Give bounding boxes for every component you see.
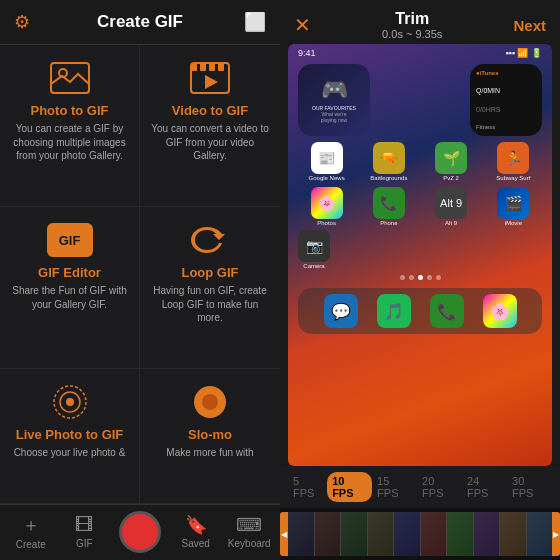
timeline-thumb-7	[447, 512, 474, 556]
dock-phone: 📞	[430, 294, 464, 328]
timeline-thumb-3	[341, 512, 368, 556]
next-button[interactable]: Next	[513, 17, 546, 34]
fps-30[interactable]: 30 FPS	[507, 472, 552, 502]
app-photos: 🌸 Photos	[298, 187, 355, 226]
dock-spotify: 🎵	[377, 294, 411, 328]
nav-record[interactable]	[111, 511, 169, 553]
nav-gif[interactable]: 🎞 GIF	[58, 515, 112, 549]
photo-to-gif-title: Photo to GIF	[31, 103, 109, 118]
live-photo-item[interactable]: Live Photo to GIF Choose your live photo…	[0, 369, 140, 504]
timeline-thumb-1	[288, 512, 315, 556]
dot-1	[400, 275, 405, 280]
app-phone: 📞 Phone	[360, 187, 417, 226]
trim-title-area: Trim 0.0s ~ 9.35s	[382, 10, 442, 40]
fps-bar: 5 FPS 10 FPS 15 FPS 20 FPS 24 FPS 30 FPS	[280, 466, 560, 508]
dock-messages: 💬	[324, 294, 358, 328]
fps-5[interactable]: 5 FPS	[288, 472, 327, 502]
timeline-thumb-5	[394, 512, 421, 556]
trim-title: Trim	[382, 10, 442, 28]
create-gif-title: Create GIF	[97, 12, 183, 32]
photo-icon	[45, 59, 95, 97]
phone-preview: 9:41 ▪▪▪ 📶 🔋 🎮 OUR FAVOURITES What we're…	[288, 44, 552, 466]
nav-saved[interactable]: 🔖 Saved	[169, 514, 223, 549]
gif-editor-icon: GIF	[45, 221, 95, 259]
bottom-nav: ＋ Create 🎞 GIF 🔖 Saved ⌨ Keyboard	[0, 504, 280, 560]
gif-editor-desc: Share the Fun of GIF with your Gallery G…	[10, 284, 129, 311]
create-label: Create	[16, 539, 46, 550]
trim-header: ✕ Trim 0.0s ~ 9.35s Next	[280, 0, 560, 44]
camera-row: 📷 Camera	[288, 228, 552, 271]
trim-range: 0.0s ~ 9.35s	[382, 28, 442, 40]
fps-24[interactable]: 24 FPS	[462, 472, 507, 502]
fps-15[interactable]: 15 FPS	[372, 472, 417, 502]
create-icon: ＋	[22, 513, 40, 537]
dot-2	[409, 275, 414, 280]
gif-nav-label: GIF	[76, 538, 93, 549]
timeline-thumb-6	[421, 512, 448, 556]
time-display: 9:41	[298, 48, 316, 58]
nav-keyboard[interactable]: ⌨ Keyboard	[223, 514, 277, 549]
dot-4	[427, 275, 432, 280]
dot-3	[418, 275, 423, 280]
keyboard-icon: ⌨	[236, 514, 262, 536]
left-header: ⚙ Create GIF ⬜	[0, 0, 280, 44]
page-dots	[288, 271, 552, 284]
close-button[interactable]: ✕	[294, 13, 311, 37]
signal-icons: ▪▪▪ 📶 🔋	[505, 48, 542, 58]
app-alt: Alt 9 Alt 9	[423, 187, 480, 226]
loop-gif-title: Loop GIF	[181, 265, 238, 280]
phone-screen: 9:41 ▪▪▪ 📶 🔋 🎮 OUR FAVOURITES What we're…	[288, 44, 552, 466]
timeline-thumb-4	[368, 512, 395, 556]
saved-label: Saved	[182, 538, 210, 549]
keyboard-label: Keyboard	[228, 538, 271, 549]
svg-marker-7	[205, 75, 218, 89]
timeline-right-handle[interactable]: ▶	[552, 512, 560, 556]
dock-photos: 🌸	[483, 294, 517, 328]
svg-rect-5	[209, 63, 215, 71]
gif-nav-icon: 🎞	[75, 515, 93, 536]
svg-rect-4	[200, 63, 206, 71]
gif-editor-title: GIF Editor	[38, 265, 101, 280]
phone-dock: 💬 🎵 📞 🌸	[298, 288, 542, 334]
timeline-thumbs	[288, 512, 552, 556]
app-google-news: 📰 Google News	[298, 142, 355, 181]
svg-point-12	[202, 394, 218, 410]
live-photo-desc: Choose your live photo &	[14, 446, 126, 460]
feature-grid: Photo to GIF You can create a GIF by cho…	[0, 44, 280, 504]
right-panel: ✕ Trim 0.0s ~ 9.35s Next 9:41 ▪▪▪ 📶 🔋 🎮 …	[280, 0, 560, 560]
nav-create[interactable]: ＋ Create	[4, 513, 58, 550]
timeline-thumb-9	[500, 512, 527, 556]
timeline-thumb-2	[315, 512, 342, 556]
saved-icon: 🔖	[185, 514, 207, 536]
record-button[interactable]	[119, 511, 161, 553]
slo-mo-desc: Make more fun with	[166, 446, 253, 460]
gear-icon[interactable]: ⚙	[14, 11, 30, 33]
fitness-widget: ●iTunes Q/0MIN 0/0HRS Fitness	[470, 64, 542, 136]
loop-gif-desc: Having fun on GIF, create Loop GIF to ma…	[150, 284, 270, 325]
svg-rect-3	[191, 63, 197, 71]
featured-widget: 🎮 OUR FAVOURITES What we're playing now	[298, 64, 370, 136]
video-to-gif-item[interactable]: Video to GIF You can convert a video to …	[140, 45, 280, 207]
upload-icon[interactable]: ⬜	[244, 11, 266, 33]
timeline-thumb-10	[527, 512, 553, 556]
timeline-left-handle[interactable]: ◀	[280, 512, 288, 556]
slo-mo-item[interactable]: Slo-mo Make more fun with	[140, 369, 280, 504]
gif-editor-item[interactable]: GIF GIF Editor Share the Fun of GIF with…	[0, 207, 140, 369]
timeline[interactable]: ◀ ▶	[280, 508, 560, 560]
app-pvz: 🌱 PvZ 2	[423, 142, 480, 181]
photo-to-gif-desc: You can create a GIF by choosing multipl…	[10, 122, 129, 163]
video-icon	[185, 59, 235, 97]
fps-10[interactable]: 10 FPS	[327, 472, 372, 502]
loop-gif-item[interactable]: Loop GIF Having fun on GIF, create Loop …	[140, 207, 280, 369]
svg-rect-6	[218, 63, 224, 71]
slo-mo-title: Slo-mo	[188, 427, 232, 442]
video-to-gif-title: Video to GIF	[172, 103, 248, 118]
live-photo-icon	[45, 383, 95, 421]
app-imovie: 🎬 iMovie	[485, 187, 542, 226]
app-battlegrounds: 🔫 Battlegrounds	[360, 142, 417, 181]
status-bar: 9:41 ▪▪▪ 📶 🔋	[288, 44, 552, 62]
photo-to-gif-item[interactable]: Photo to GIF You can create a GIF by cho…	[0, 45, 140, 207]
fps-20[interactable]: 20 FPS	[417, 472, 462, 502]
timeline-thumb-8	[474, 512, 501, 556]
app-subway-surf: 🏃 Subway Surf	[485, 142, 542, 181]
